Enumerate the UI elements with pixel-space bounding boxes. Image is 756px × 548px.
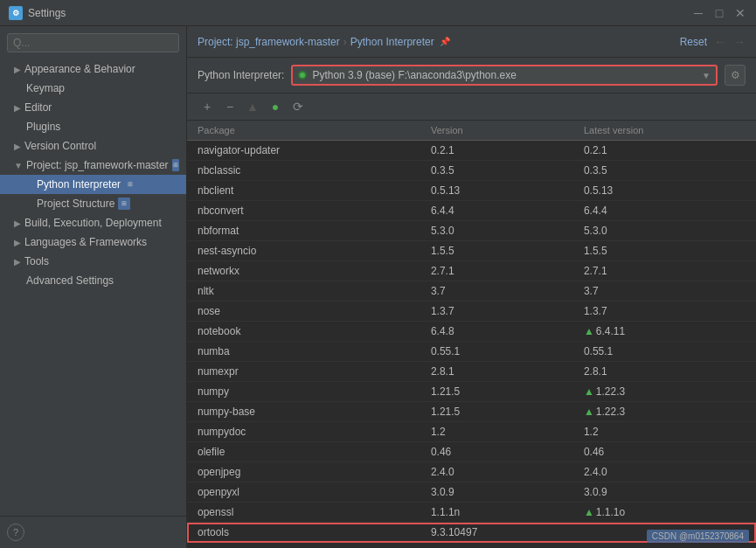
table-row[interactable]: nest-asyncio1.5.51.5.5 [187,241,756,261]
table-row[interactable]: nose1.3.71.3.7 [187,302,756,322]
table-row[interactable]: numpydoc1.21.2 [187,422,756,442]
package-latest: 6.4.4 [573,201,756,221]
sidebar-item-build[interactable]: ▶Build, Execution, Deployment [0,213,186,232]
sidebar-item-version-control[interactable]: ▶Version Control [0,136,186,156]
package-latest: 2.7.1 [573,261,756,281]
table-row[interactable]: networkx2.7.12.7.1 [187,261,756,281]
package-latest: 0.3.5 [573,161,756,181]
search-box[interactable] [7,33,179,52]
col-latest[interactable]: Latest version [573,121,756,141]
close-button[interactable]: ✕ [733,6,747,20]
package-version: 1.1.1n [420,503,573,523]
package-latest: 3.7 [573,281,756,302]
app-icon: ⚙ [9,6,23,20]
move-up-button[interactable]: ▲ [243,97,262,116]
package-latest: 2.4.0 [573,462,756,482]
package-name: nbclient [187,181,420,201]
minimize-button[interactable]: ─ [691,6,705,20]
table-row[interactable]: numpy1.21.5▲1.22.3 [187,382,756,402]
package-name: numpy-base [187,402,420,422]
module-icon: ⊞ [118,198,130,210]
interpreter-settings-button[interactable]: ⚙ [725,65,746,86]
packages-table-container: Package Version Latest version navigator… [187,121,756,548]
arrow-icon: ▶ [14,219,21,228]
update-arrow-icon: ▲ [584,325,594,337]
sidebar-bottom: ? [0,516,186,548]
table-row[interactable]: olefile0.460.46 [187,442,756,462]
table-row[interactable]: numexpr2.8.12.8.1 [187,362,756,382]
update-arrow-icon: ▲ [584,406,594,418]
interpreter-value: Python 3.9 (base) F:\anaconda3\python.ex… [312,69,697,81]
package-version: 1.21.5 [420,402,573,422]
table-row[interactable]: notebook6.4.8▲6.4.11 [187,322,756,342]
title-bar: ⚙ Settings ─ □ ✕ [0,0,756,26]
breadcrumb-project[interactable]: Project: jsp_framework-master [198,36,340,48]
maximize-button[interactable]: □ [712,6,726,20]
sidebar-item-label: Languages & Frameworks [24,236,147,248]
package-name: notebook [187,322,420,342]
table-row[interactable]: packaging21.321.3 [187,543,756,549]
add-package-button[interactable]: + [198,97,217,116]
packages-table: Package Version Latest version navigator… [187,121,756,548]
sidebar-item-label: Project: jsp_framework-master [26,159,169,171]
apply-button[interactable]: ● [266,97,285,116]
help-button[interactable]: ? [7,524,24,541]
table-row[interactable]: openssl1.1.1n▲1.1.1o [187,503,756,523]
sidebar-item-languages[interactable]: ▶Languages & Frameworks [0,232,186,252]
sidebar-item-label: Version Control [24,140,96,152]
table-row[interactable]: numpy-base1.21.5▲1.22.3 [187,402,756,422]
package-version: 1.3.7 [420,302,573,322]
table-row[interactable]: openjpeg2.4.02.4.0 [187,462,756,482]
package-version: 3.7 [420,281,573,302]
sidebar-item-label: Tools [24,255,49,267]
package-version: 0.5.13 [420,181,573,201]
sidebar-item-editor[interactable]: ▶Editor [0,98,186,117]
nav-forward-button[interactable]: → [733,35,746,49]
sidebar-item-python-interpreter[interactable]: Python Interpreter⊞ [0,175,186,194]
package-name: nest-asyncio [187,241,420,261]
table-row[interactable]: nbclassic0.3.50.3.5 [187,161,756,181]
interpreter-select[interactable]: Python 3.9 (base) F:\anaconda3\python.ex… [291,65,718,86]
table-row[interactable]: nbformat5.3.05.3.0 [187,221,756,241]
table-row[interactable]: nltk3.73.7 [187,281,756,302]
search-input[interactable] [13,37,173,49]
sidebar-item-label: Plugins [26,121,60,133]
package-version: 2.7.1 [420,261,573,281]
breadcrumb: Project: jsp_framework-master › Python I… [198,36,450,48]
package-name: ortools [187,523,420,543]
col-package[interactable]: Package [187,121,420,141]
table-row[interactable]: openpyxl3.0.93.0.9 [187,482,756,503]
table-row[interactable]: navigator-updater0.2.10.2.1 [187,141,756,161]
table-row[interactable]: numba0.55.10.55.1 [187,342,756,362]
package-version: 9.3.10497 [420,523,573,543]
sidebar-item-advanced[interactable]: Advanced Settings [0,271,186,290]
package-version: 1.2 [420,422,573,442]
breadcrumb-current[interactable]: Python Interpreter [350,36,434,48]
nav-back-button[interactable]: ← [714,35,726,49]
main-layout: ▶Appearance & BehaviorKeymap▶EditorPlugi… [0,26,756,548]
reset-button[interactable]: Reset [680,36,707,48]
package-latest: 5.3.0 [573,221,756,241]
content-area: Project: jsp_framework-master › Python I… [187,26,756,548]
package-latest: 21.3 [573,543,756,549]
arrow-icon: ▶ [14,257,21,267]
sidebar-item-project[interactable]: ▼Project: jsp_framework-master⊞ [0,156,186,175]
table-row[interactable]: nbconvert6.4.46.4.4 [187,201,756,221]
sidebar-item-plugins[interactable]: Plugins [0,117,186,136]
package-latest: 0.46 [573,442,756,462]
remove-package-button[interactable]: − [220,97,239,116]
sidebar-item-label: Advanced Settings [26,274,114,287]
sidebar-item-label: Appearance & Behavior [24,63,135,75]
package-name: nose [187,302,420,322]
table-row[interactable]: nbclient0.5.130.5.13 [187,181,756,201]
pin-icon: 📌 [440,37,450,46]
sidebar-item-keymap[interactable]: Keymap [0,79,186,98]
package-version: 0.3.5 [420,161,573,181]
sidebar-item-tools[interactable]: ▶Tools [0,252,186,271]
sidebar-item-project-structure[interactable]: Project Structure⊞ [0,194,186,213]
col-version[interactable]: Version [420,121,573,141]
package-latest: 1.2 [573,422,756,442]
package-name: numpy [187,382,420,402]
refresh-button[interactable]: ⟳ [288,97,308,116]
sidebar-item-appearance[interactable]: ▶Appearance & Behavior [0,59,186,79]
